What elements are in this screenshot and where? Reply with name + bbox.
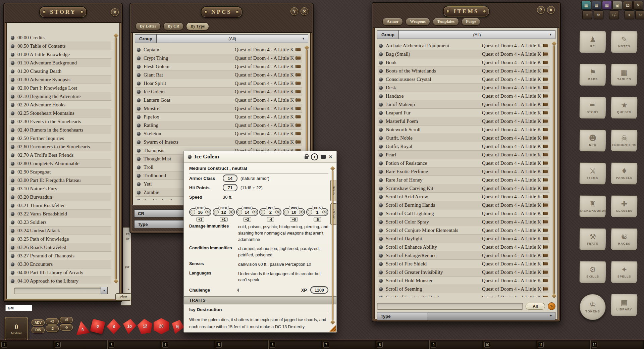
sidebar-item-pc[interactable]: ♟PC (579, 31, 606, 53)
story-entry[interactable]: 04.00 Part III: Library of Arcady (9, 268, 111, 277)
story-entry[interactable]: 02.80 Completely Abominable (9, 159, 111, 168)
die-d8[interactable]: 8 (107, 319, 121, 334)
npc-entry[interactable]: Flesh GolemQuest of Doom 4 - A Little K (136, 62, 302, 71)
story-entry[interactable]: 02.50 Further Inquiries (9, 134, 111, 143)
hotbar-slot-3[interactable]: 3 (107, 340, 161, 349)
npcs-group-dropdown[interactable]: (All) ▼ (157, 34, 308, 43)
story-entry[interactable]: 00.00 Credits (9, 34, 111, 42)
item-entry[interactable]: Scroll of Greater InvisibilityQuest of D… (378, 268, 549, 277)
story-entry[interactable]: 02.60 Encounters in the Stonehearts (9, 143, 111, 151)
hotbar-slot-6[interactable]: 6 (268, 340, 322, 349)
dis-button[interactable]: DIS (32, 327, 45, 333)
hotbar-slot-10[interactable]: 10 (483, 340, 537, 349)
item-entry[interactable]: Scroll of Call LightningQuest of Doom 4 … (378, 209, 549, 218)
minus5-button[interactable]: -5 (60, 324, 73, 331)
ability-save-button[interactable]: S (275, 210, 280, 214)
armor-class-value[interactable]: 14 (223, 174, 237, 182)
story-entry[interactable]: 01.20 Cheating Death (9, 67, 111, 76)
story-entry[interactable]: 00.50 Table of Contents (9, 42, 111, 50)
plus-minus-icon[interactable]: +/- (609, 10, 619, 19)
ability-check-button[interactable] (191, 210, 195, 214)
item-entry[interactable]: Masterful PoemQuest of Doom 4 - A Little… (378, 117, 549, 126)
npc-entry[interactable]: Ice GolemQuest of Doom 4 - A Little K (136, 88, 302, 96)
map-lighting-icon[interactable]: ▦ (602, 1, 612, 10)
die-d20[interactable]: 20 (154, 318, 169, 334)
hotbar-slot-1[interactable]: 1 (0, 340, 54, 349)
item-entry[interactable]: PearlQuest of Doom 4 - A Little K (378, 151, 549, 159)
item-entry[interactable]: Scroll of Enhance AbilityQuest of Doom 4… (378, 243, 549, 251)
story-entry[interactable]: 02.30 Events in the Stonehearts (9, 117, 111, 126)
sheet-tab-main[interactable]: Main (330, 180, 336, 201)
story-entry[interactable]: 03.26 Roads Untraveled (9, 243, 111, 252)
speech-bubble-icon[interactable] (321, 155, 326, 159)
npcs-close-button[interactable]: ✕ (301, 7, 308, 15)
scroll-rail[interactable] (115, 38, 117, 279)
items-close-button[interactable]: ✕ (547, 6, 555, 14)
map-mask-icon[interactable]: ▦ (592, 1, 601, 10)
story-close-button[interactable]: ✕ (111, 8, 119, 16)
items-type-filter-dropdown[interactable]: ▼ (427, 312, 555, 320)
npc-tab-by-type[interactable]: By Type (186, 22, 209, 30)
ability-save-button[interactable]: S (205, 210, 210, 214)
item-entry[interactable]: Archaic Alchemical EquipmentQuest of Doo… (378, 42, 549, 50)
story-search-input[interactable] (14, 288, 103, 294)
npc-entry[interactable]: CaptainQuest of Doom 4 - A Little K (136, 46, 302, 54)
story-entry[interactable]: 02.10 Beginning the Adventure (9, 92, 111, 101)
window-stack-icon[interactable]: ▣ (612, 1, 622, 10)
story-entry[interactable]: 04.10 Approach to the Library (9, 277, 111, 284)
sidebar-item-backgrounds[interactable]: ♜BACKGROUNDS (579, 195, 606, 217)
item-entry[interactable]: Boots of the WinterlandsQuest of Doom 4 … (378, 67, 549, 75)
story-entry[interactable]: 02.20 Adventure Hooks (9, 101, 111, 109)
item-entry[interactable]: Scroll of Conjure Minor ElementalsQuest … (378, 226, 549, 235)
trait-name[interactable]: Icy Destruction (189, 304, 328, 314)
item-entry[interactable]: Leapard FurQuest of Doom 4 - A Little K (378, 109, 549, 117)
story-entry[interactable]: 03.24 Undead Attack (9, 227, 111, 235)
hotbar-slot-5[interactable]: 5 (215, 340, 268, 349)
story-entry[interactable]: 03.27 Pyramid of Thanopsis (9, 252, 111, 260)
npc-sheet-titlebar[interactable]: Ice Golem I ✕ (184, 151, 336, 163)
hotbar-slot-4[interactable]: 4 (161, 340, 215, 349)
npc-entry[interactable]: Lantern GoatQuest of Doom 4 - A Little K (136, 96, 302, 104)
die-d10[interactable]: 10 (121, 318, 138, 335)
story-entry[interactable]: 03.10 Nature's Fury (9, 185, 111, 193)
npc-entry[interactable]: RatlingQuest of Doom 4 - A Little K (136, 121, 302, 130)
sidebar-item-tokens[interactable]: ♔TOKENS (580, 294, 606, 320)
npc-sheet-close-button[interactable]: ✕ (329, 154, 332, 159)
npc-entry[interactable]: Crypt ThingQuest of Doom 4 - A Little K (136, 54, 302, 62)
item-entry[interactable]: Scrimshaw Carving KitQuest of Doom 4 - A… (378, 184, 549, 193)
calculator-icon[interactable]: ⌗ (582, 10, 592, 19)
story-entry[interactable]: 01.00 A Little Knowledge (9, 50, 111, 59)
sidebar-item-quests[interactable]: ★QUESTS (611, 97, 638, 119)
sidebar-item-maps[interactable]: ⚑MAPS (579, 64, 606, 86)
reset-icon[interactable]: ⟲ (635, 10, 644, 19)
story-entry[interactable]: 03.22 Varus Broadshield (9, 210, 111, 218)
item-entry[interactable]: BookQuest of Doom 4 - A Little K (378, 58, 549, 67)
plus5-button[interactable]: +5 (60, 317, 73, 323)
story-entry[interactable]: 03.25 Path of Knowledge (9, 235, 111, 243)
item-entry[interactable]: Scroll of Speak with DeadQuest of Doom 4… (378, 293, 549, 297)
story-entry[interactable]: 02.70 A Troll's Best Friends (9, 151, 111, 159)
sidebar-item-notes[interactable]: ✎NOTES (611, 31, 638, 53)
story-entry[interactable]: 02.40 Rumors in the Stonehearts (9, 126, 111, 134)
item-entry[interactable]: Bag (Small)Quest of Doom 4 - A Little K (378, 50, 549, 58)
item-entry[interactable]: Outfit, NobleQuest of Doom 4 - A Little … (378, 134, 549, 142)
items-tab-weapons[interactable]: Weapons (406, 18, 430, 26)
hotbar-slot-12[interactable]: 12 (590, 340, 644, 349)
dice-tower-icon[interactable]: ⚄ (623, 1, 633, 10)
ability-save-button[interactable]: S (252, 210, 257, 214)
hotbar-slot-2[interactable]: 2 (54, 340, 107, 349)
lock-icon[interactable] (305, 156, 308, 159)
npc-entry[interactable]: SkeletonQuest of Doom 4 - A Little K (136, 130, 302, 138)
item-entry[interactable]: Scroll of DaylightQuest of Doom 4 - A Li… (378, 235, 549, 243)
identify-icon[interactable]: I (311, 153, 318, 160)
story-entry[interactable]: 01.30 Adventure Synopsis (9, 76, 111, 84)
sidebar-item-story[interactable]: ✒STORY (579, 97, 606, 119)
item-entry[interactable]: DeskQuest of Doom 4 - A Little K (378, 84, 549, 92)
item-entry[interactable]: Scroll of Enlarge/ReduceQuest of Doom 4 … (378, 251, 549, 260)
items-tab-armor[interactable]: Armor (382, 18, 403, 26)
settings-gear-icon[interactable]: ⚙ (594, 10, 603, 19)
item-entry[interactable]: Potion of ResistanceQuest of Doom 4 - A … (378, 159, 549, 167)
sidebar-item-parcels[interactable]: ♦PARCELS (611, 162, 638, 185)
chat-speaker-label[interactable]: GM (5, 305, 32, 311)
ability-save-button[interactable]: S (299, 210, 304, 214)
